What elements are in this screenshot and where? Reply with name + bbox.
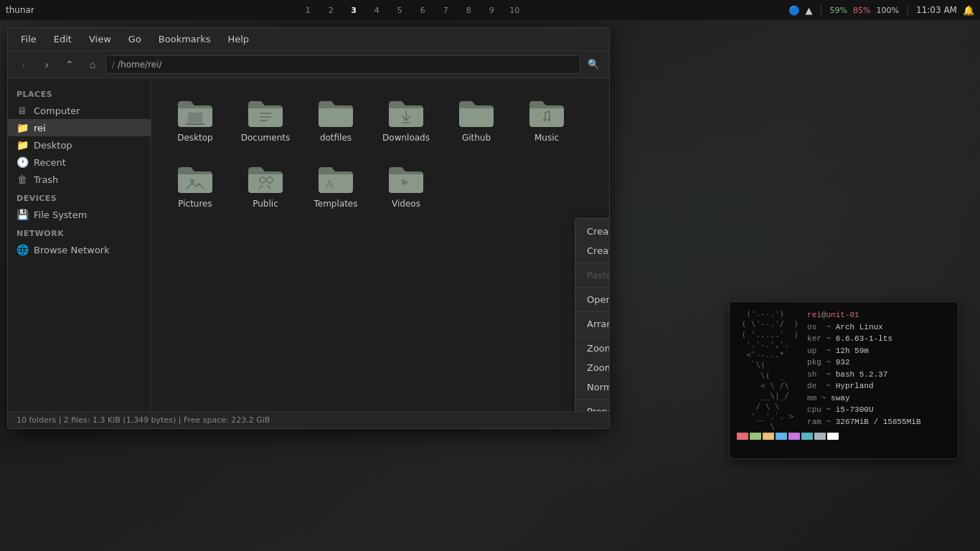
sidebar-item-recent[interactable]: 🕐 Recent [8, 154, 151, 171]
file-item-github[interactable]: Github [444, 90, 509, 150]
ctx-zoom-in[interactable]: Zoom In [575, 339, 609, 358]
ctx-create-document-label: Create Document [587, 245, 609, 256]
term-cpu-key: cpu ~ [807, 405, 836, 414]
back-button[interactable]: ‹ [14, 55, 34, 75]
ws-2[interactable]: 2 [324, 4, 337, 17]
color-green [750, 433, 761, 440]
term-ram-val: 3267MiB / 15855MiB [836, 418, 921, 426]
term-info: rei@unit-01 os ~ Arch Linux ker ~ 6.6.63… [807, 309, 920, 428]
music-folder-icon [527, 95, 567, 130]
term-pkg-val: 932 [836, 358, 850, 367]
home-button[interactable]: ⌂ [83, 55, 103, 75]
file-item-desktop[interactable]: Desktop [163, 90, 227, 150]
sidebar-item-recent-label: Recent [34, 157, 66, 168]
term-cpu-val: i5-7300U [836, 405, 874, 414]
file-item-public[interactable]: Public [233, 156, 298, 216]
ws-4[interactable]: 4 [370, 4, 383, 17]
desktop-label: Desktop [177, 133, 213, 144]
ws-1[interactable]: 1 [301, 4, 314, 17]
ctx-open-terminal[interactable]: Open Terminal Here [575, 290, 609, 309]
templates-folder-icon: A [316, 161, 356, 196]
videos-folder-icon [386, 161, 426, 196]
sidebar-item-browse-network[interactable]: 🌐 Browse Network [8, 241, 151, 258]
ws-9[interactable]: 9 [485, 4, 498, 17]
sidebar-item-computer[interactable]: 🖥 Computer [8, 102, 151, 119]
menu-go[interactable]: Go [121, 31, 149, 47]
sidebar-item-desktop[interactable]: 📁 Desktop [8, 136, 151, 154]
term-ker-key: ker ~ [807, 334, 836, 343]
term-up-key: up ~ [807, 347, 836, 355]
file-item-music[interactable]: Music [514, 90, 579, 150]
forward-button[interactable]: › [37, 55, 57, 75]
file-item-templates[interactable]: A Templates [303, 156, 368, 216]
menu-edit[interactable]: Edit [47, 31, 79, 47]
ctx-create-document[interactable]: Create Document ▶ [575, 241, 609, 260]
ws-10[interactable]: 10 [508, 4, 521, 17]
sidebar-item-browse-network-label: Browse Network [34, 245, 110, 255]
path-separator-icon: / [112, 60, 115, 70]
desktop-icon: 📁 [17, 139, 28, 151]
term-pkg-key: pkg ~ [807, 358, 836, 367]
ctx-sep-5 [575, 399, 609, 400]
term-host: unit-01 [826, 311, 859, 319]
ctx-create-folder[interactable]: Create Folder... [575, 222, 609, 241]
menu-help[interactable]: Help [220, 31, 256, 47]
up-button[interactable]: ⌃ [60, 55, 80, 75]
file-item-videos[interactable]: Videos [374, 156, 438, 216]
desktop-folder-icon [175, 95, 215, 130]
color-red [737, 433, 748, 440]
topbar-left: thunar [6, 5, 34, 15]
app-name: thunar [6, 5, 34, 15]
music-label: Music [534, 133, 559, 144]
downloads-label: Downloads [382, 133, 430, 144]
menu-view[interactable]: View [82, 31, 118, 47]
github-folder-icon [456, 95, 496, 130]
color-purple [788, 433, 800, 440]
ctx-open-terminal-label: Open Terminal Here [587, 294, 609, 305]
clock: 11:03 AM [916, 5, 957, 15]
sidebar-item-trash[interactable]: 🗑 Trash [8, 171, 151, 188]
sidebar: Places 🖥 Computer 📁 rei 📁 Desktop 🕐 Rece… [8, 78, 151, 411]
sidebar-item-computer-label: Computer [34, 105, 80, 116]
ctx-paste[interactable]: Paste [575, 265, 609, 285]
address-bar[interactable]: / /home/rei/ [105, 55, 580, 74]
ws-3[interactable]: 3 [347, 4, 360, 17]
menu-bookmarks[interactable]: Bookmarks [151, 31, 218, 47]
wifi-icon: ▲ [806, 5, 813, 16]
notification-icon[interactable]: 🔔 [963, 5, 974, 16]
ws-7[interactable]: 7 [439, 4, 452, 17]
sidebar-item-filesystem[interactable]: 💾 File System [8, 206, 151, 223]
search-button[interactable]: 🔍 [583, 55, 603, 75]
menu-file[interactable]: File [14, 31, 44, 47]
ctx-properties[interactable]: Properties... [575, 402, 609, 411]
sidebar-item-rei[interactable]: 📁 rei [8, 119, 151, 136]
pictures-folder-icon [175, 161, 215, 196]
file-item-dotfiles[interactable]: dotfiles [303, 90, 368, 150]
ctx-zoom-out[interactable]: Zoom Out [575, 358, 609, 377]
term-user: rei [807, 311, 821, 319]
ctx-arrange-items[interactable]: Arrange Items ▶ [575, 314, 609, 334]
statusbar-text: 10 folders | 2 files: 1.3 KiB (1,349 byt… [17, 415, 270, 425]
sidebar-item-trash-label: Trash [34, 174, 58, 185]
term-color-palette [737, 433, 951, 440]
public-folder-icon [245, 161, 286, 196]
term-os-val: Arch Linux [836, 323, 883, 331]
menubar: File Edit View Go Bookmarks Help [8, 28, 609, 51]
topbar-right: 🔵 ▲ | 59% 85% 100% | 11:03 AM 🔔 [788, 5, 974, 16]
ctx-sep-4 [575, 336, 609, 336]
ws-5[interactable]: 5 [393, 4, 406, 17]
file-item-pictures[interactable]: Pictures [163, 156, 227, 216]
statusbar: 10 folders | 2 files: 1.3 KiB (1,349 byt… [8, 411, 609, 428]
trash-icon: 🗑 [17, 174, 28, 185]
ctx-zoom-out-label: Zoom Out [587, 362, 609, 373]
ctx-sep-1 [575, 263, 609, 263]
file-item-documents[interactable]: Documents [233, 90, 298, 150]
templates-label: Templates [314, 199, 357, 210]
topbar-separator-1: | [820, 5, 823, 15]
file-item-downloads[interactable]: Downloads [374, 90, 438, 150]
topbar-separator-2: | [906, 5, 909, 15]
bluetooth-icon: 🔵 [788, 5, 800, 16]
ctx-normal-size[interactable]: Normal Size [575, 377, 609, 397]
ws-6[interactable]: 6 [416, 4, 429, 17]
ws-8[interactable]: 8 [462, 4, 475, 17]
